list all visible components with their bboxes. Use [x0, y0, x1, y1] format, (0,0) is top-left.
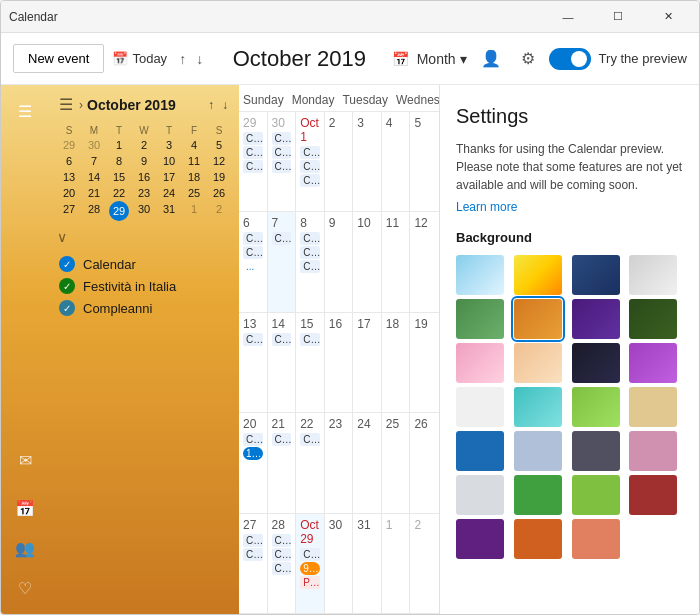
mini-cal-day[interactable]: 6	[57, 153, 81, 169]
settings-button[interactable]: ⚙	[515, 45, 541, 72]
calendar-cell[interactable]: 20Compleann..12:30pm Sa	[239, 413, 268, 512]
calendar-cell[interactable]: 18	[382, 313, 411, 412]
people-icon-button[interactable]: 👤	[475, 45, 507, 72]
calendar-list-item-calendar[interactable]: ✓ Calendar	[57, 253, 231, 275]
calendar-cell[interactable]: 17	[353, 313, 382, 412]
bg-swatch-25[interactable]	[514, 519, 562, 559]
mini-cal-day[interactable]: 22	[107, 185, 131, 201]
calendar-cell[interactable]: 5	[410, 112, 439, 211]
mini-cal-day[interactable]: 9	[132, 153, 156, 169]
calendar-event[interactable]: Compleann..	[243, 333, 263, 346]
calendar-cell[interactable]: 12	[410, 212, 439, 311]
bg-swatch-3[interactable]	[629, 255, 677, 295]
bg-swatch-5[interactable]	[514, 299, 562, 339]
mini-cal-day[interactable]: 2	[207, 201, 231, 221]
bg-swatch-20[interactable]	[456, 475, 504, 515]
calendar-event[interactable]: Compleann..	[300, 333, 320, 346]
bg-swatch-18[interactable]	[572, 431, 620, 471]
calendar-event[interactable]: Compleann..	[300, 246, 320, 259]
calendar-list-item-festivita[interactable]: ✓ Festività in Italia	[57, 275, 231, 297]
calendar-cell[interactable]: 30	[325, 514, 354, 613]
mini-cal-day[interactable]: 7	[82, 153, 106, 169]
calendar-event[interactable]: Compleann..	[243, 433, 263, 446]
calendar-event[interactable]: Compleann..	[300, 260, 320, 273]
calendar-cell[interactable]: 15Compleann..	[296, 313, 325, 412]
calendar-cell[interactable]: 22Compleann..	[296, 413, 325, 512]
mini-cal-day[interactable]: 26	[207, 185, 231, 201]
calendar-list-item-compleanni[interactable]: ✓ Compleanni	[57, 297, 231, 319]
mini-cal-day[interactable]: 2	[132, 137, 156, 153]
calendar-event[interactable]: Compleann..	[243, 132, 263, 145]
mini-cal-day[interactable]: 15	[107, 169, 131, 185]
calendar-cell[interactable]: 11	[382, 212, 411, 311]
mini-cal-day[interactable]: 18	[182, 169, 206, 185]
learn-more-link[interactable]: Learn more	[456, 200, 683, 214]
calendar-cell[interactable]: Oct 29Compleann..9pm Bres..Pacco da eB..…	[296, 514, 325, 613]
bg-swatch-7[interactable]	[629, 299, 677, 339]
bg-swatch-26[interactable]	[572, 519, 620, 559]
calendar-event[interactable]: ...	[243, 260, 263, 273]
hamburger-menu-icon[interactable]: ☰	[7, 93, 43, 129]
mini-cal-day[interactable]: 4	[182, 137, 206, 153]
calendar-event[interactable]: Pacco da eB...	[300, 576, 320, 589]
calendar-event[interactable]: 12:30pm Sa	[243, 447, 263, 460]
hamburger-icon[interactable]: ☰	[57, 93, 75, 116]
mini-cal-day[interactable]: 1	[182, 201, 206, 221]
bg-swatch-12[interactable]	[456, 387, 504, 427]
mini-cal-day[interactable]: 5	[207, 137, 231, 153]
calendar-cell[interactable]: 9	[325, 212, 354, 311]
maximize-button[interactable]: ☐	[595, 1, 641, 33]
mini-cal-day[interactable]: 13	[57, 169, 81, 185]
calendar-cell[interactable]: 31	[353, 514, 382, 613]
calendar-event[interactable]: Compleann..	[272, 548, 292, 561]
new-event-button[interactable]: New event	[13, 44, 104, 73]
bg-swatch-17[interactable]	[514, 431, 562, 471]
mini-cal-day[interactable]: 28	[82, 201, 106, 221]
bg-swatch-11[interactable]	[629, 343, 677, 383]
bg-swatch-19[interactable]	[629, 431, 677, 471]
mini-cal-day[interactable]: 27	[57, 201, 81, 221]
mini-cal-day[interactable]: 3	[157, 137, 181, 153]
mini-cal-day[interactable]: 19	[207, 169, 231, 185]
calendar-cell[interactable]: 2	[410, 514, 439, 613]
calendar-cell[interactable]: 1	[382, 514, 411, 613]
mini-cal-day[interactable]: 23	[132, 185, 156, 201]
calendar-event[interactable]: Compleann..	[272, 232, 292, 245]
favorites-strip-icon[interactable]: ♡	[7, 570, 43, 606]
mini-cal-day[interactable]: 8	[107, 153, 131, 169]
bg-swatch-16[interactable]	[456, 431, 504, 471]
calendar-event[interactable]: Compleann..	[272, 534, 292, 547]
calendar-cell[interactable]: 21Compleann..	[268, 413, 297, 512]
month-view-button[interactable]: Month ▾	[417, 51, 467, 67]
bg-swatch-24[interactable]	[456, 519, 504, 559]
bg-swatch-13[interactable]	[514, 387, 562, 427]
mini-cal-day[interactable]: 31	[157, 201, 181, 221]
calendar-cell[interactable]: 24	[353, 413, 382, 512]
calendar-event[interactable]: Compleann..	[243, 246, 263, 259]
mini-cal-day[interactable]: 11	[182, 153, 206, 169]
calendar-cell[interactable]: 13Compleann..	[239, 313, 268, 412]
calendar-cell[interactable]: 25	[382, 413, 411, 512]
mini-expand-icon[interactable]: ›	[79, 98, 83, 112]
mini-prev-button[interactable]: ↑	[205, 97, 217, 113]
calendar-cell[interactable]: 23	[325, 413, 354, 512]
calendar-event[interactable]: Compleann..	[243, 146, 263, 159]
bg-swatch-2[interactable]	[572, 255, 620, 295]
calendar-event[interactable]: Compleann..	[300, 174, 320, 187]
calendar-cell[interactable]: 4	[382, 112, 411, 211]
bg-swatch-14[interactable]	[572, 387, 620, 427]
calendar-event[interactable]: Compleann..	[243, 548, 263, 561]
bg-swatch-9[interactable]	[514, 343, 562, 383]
calendar-cell[interactable]: 10	[353, 212, 382, 311]
calendar-event[interactable]: Compleann..	[272, 333, 292, 346]
bg-swatch-6[interactable]	[572, 299, 620, 339]
calendar-event[interactable]: Compleann..	[300, 146, 320, 159]
bg-swatch-0[interactable]	[456, 255, 504, 295]
calendar-cell[interactable]: 28Compleann..Compleann..Compleann..	[268, 514, 297, 613]
calendar-event[interactable]: 9pm Bres..	[300, 562, 320, 575]
mini-cal-day[interactable]: 21	[82, 185, 106, 201]
calendar-cell[interactable]: 7Compleann..	[268, 212, 297, 311]
calendar-event[interactable]: Compleann..	[272, 132, 292, 145]
calendar-cell[interactable]: 8Compleann..Compleann..Compleann..	[296, 212, 325, 311]
next-button[interactable]: ↓	[192, 47, 207, 71]
